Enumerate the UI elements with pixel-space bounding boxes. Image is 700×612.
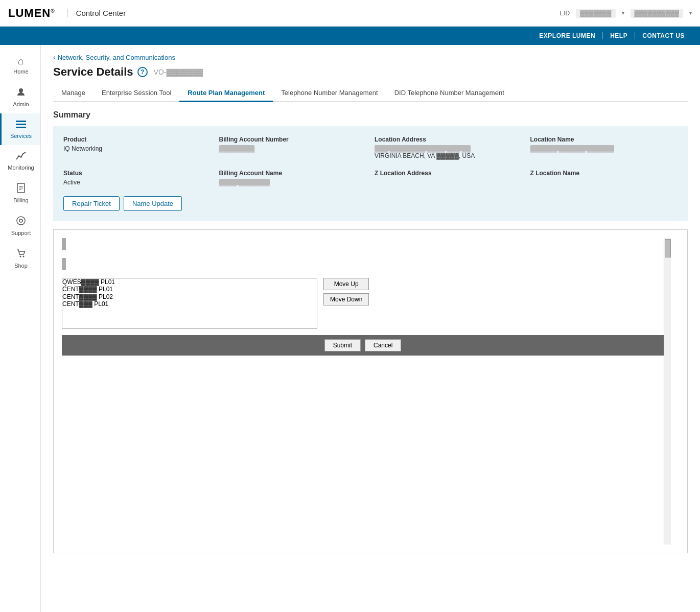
billing-account-number-value: ▓▓▓▓▓▓▓▓ [219,145,367,152]
summary-grid-row1: Product IQ Networking Billing Account Nu… [63,136,678,159]
help-icon[interactable]: ? [137,67,148,77]
breadcrumb-link[interactable]: Network, Security, and Communications [58,54,175,61]
scrollbar-track[interactable] [664,238,671,545]
svg-point-11 [23,256,25,257]
eid-section: EID ▓▓▓▓▓▓▓ ▾ ▓▓▓▓▓▓▓▓▓▓ ▾ [559,9,692,18]
route-plan-content: QWES▓▓▓▓ PL01 CENT▓▓▓▓ PL01 CENT▓▓▓▓ PL0… [53,229,688,553]
sidebar-item-shop[interactable]: Shop [0,242,40,275]
eid-value: ▓▓▓▓▓▓▓ [576,9,615,18]
location-address-label: Location Address [375,136,522,143]
service-id: VO-▓▓▓▓▓▓▓ [154,68,203,76]
name-update-button[interactable]: Name Update [124,196,182,211]
status-value: Active [63,179,211,186]
shop-icon [16,248,26,261]
vertical-bar [62,238,66,250]
billing-icon [16,183,26,196]
eid-label: EID [559,10,570,17]
top-header: LUMEN® Control Center EID ▓▓▓▓▓▓▓ ▾ ▓▓▓▓… [0,0,700,27]
location-name-value: ▓▓▓▓▓▓ ▓▓▓▓▓▓ ▓▓▓▓▓▓ [530,145,678,152]
route-list-item-3[interactable]: CENT▓▓▓▓ PL02 [62,293,317,300]
summary-grid-row2: Status Active Billing Account Name ▓▓▓▓ … [63,170,678,186]
tab-did-telephone-number-management[interactable]: DID Telephone Number Management [386,85,512,102]
summary-title: Summary [53,110,688,120]
account-value: ▓▓▓▓▓▓▓▓▓▓ [631,9,683,18]
sidebar-item-services[interactable]: Services [0,113,40,145]
status-label: Status [63,170,211,177]
logo: LUMEN® [8,7,55,20]
breadcrumb-arrow: ‹ [53,53,56,61]
blue-nav-bar: EXPLORE LUMEN HELP CONTACT US [0,27,700,45]
eid-dropdown[interactable]: ▾ [622,10,624,16]
scrollbar-thumb[interactable] [665,239,671,257]
sidebar-item-monitoring[interactable]: Monitoring [0,145,40,177]
svg-point-9 [19,219,22,222]
route-list-item-2[interactable]: CENT▓▓▓▓ PL01 [62,286,317,293]
explore-lumen-link[interactable]: EXPLORE LUMEN [532,32,603,39]
submit-bar: Submit Cancel [62,335,664,356]
cancel-button[interactable]: Cancel [365,339,401,351]
page-title-row: Service Details ? VO-▓▓▓▓▓▓▓ [53,65,688,79]
app-title: Control Center [67,9,126,17]
svg-rect-1 [16,121,26,122]
route-list-item-4[interactable]: CENT▓▓▓ PL01 [62,300,317,308]
tab-route-plan-management[interactable]: Route Plan Management [179,85,273,102]
logo-trademark: ® [51,8,55,13]
summary-box: Product IQ Networking Billing Account Nu… [53,126,688,221]
svg-point-8 [17,217,25,225]
services-icon [16,120,26,131]
product-label: Product [63,136,211,143]
sidebar-item-support[interactable]: Support [0,209,40,242]
route-list-container: QWES▓▓▓▓ PL01 CENT▓▓▓▓ PL01 CENT▓▓▓▓ PL0… [62,278,664,329]
breadcrumb: ‹ Network, Security, and Communications [53,53,688,61]
sidebar-item-admin[interactable]: Admin [0,81,40,113]
svg-point-10 [20,256,21,257]
product-value: IQ Networking [63,145,211,152]
repair-ticket-button[interactable]: Repair Ticket [63,196,120,211]
summary-buttons: Repair Ticket Name Update [63,196,678,211]
svg-rect-3 [16,127,26,128]
svg-rect-2 [16,124,26,125]
contact-us-link[interactable]: CONTACT US [635,32,692,39]
sidebar-item-home[interactable]: ⌂ Home [0,49,40,81]
tabs-bar: Manage Enterprise Session Tool Route Pla… [53,85,688,102]
z-location-address-label: Z Location Address [375,170,522,177]
vertical-bar-2 [62,258,66,270]
home-icon: ⌂ [18,55,24,67]
svg-point-0 [19,88,23,92]
z-location-address-field: Z Location Address [375,170,522,186]
route-scroll-container: QWES▓▓▓▓ PL01 CENT▓▓▓▓ PL01 CENT▓▓▓▓ PL0… [62,238,679,545]
route-list[interactable]: QWES▓▓▓▓ PL01 CENT▓▓▓▓ PL01 CENT▓▓▓▓ PL0… [62,278,317,329]
content-area: ‹ Network, Security, and Communications … [41,45,700,612]
secondary-bar-indicator [62,258,664,272]
billing-account-number-field: Billing Account Number ▓▓▓▓▓▓▓▓ [219,136,367,159]
location-name-label: Location Name [530,136,678,143]
tab-telephone-number-management[interactable]: Telephone Number Management [273,85,386,102]
route-action-buttons: Move Up Move Down [323,278,369,305]
main-layout: ⌂ Home Admin Services Monitoring Billi [0,45,700,612]
route-inner: QWES▓▓▓▓ PL01 CENT▓▓▓▓ PL01 CENT▓▓▓▓ PL0… [62,238,664,356]
billing-account-number-label: Billing Account Number [219,136,367,143]
submit-button[interactable]: Submit [324,339,361,351]
location-address-field: Location Address ▓▓▓ ▓▓▓▓▓▓▓▓ ▓▓▓▓ ▓▓▓ ▓… [375,136,522,159]
tab-manage[interactable]: Manage [53,85,94,102]
location-name-field: Location Name ▓▓▓▓▓▓ ▓▓▓▓▓▓ ▓▓▓▓▓▓ [530,136,678,159]
top-bar-indicator [62,238,664,252]
account-dropdown[interactable]: ▾ [689,10,692,16]
monitoring-icon [16,151,26,163]
sidebar-item-billing[interactable]: Billing [0,177,40,209]
route-list-item-1[interactable]: QWES▓▓▓▓ PL01 [62,278,317,286]
z-location-name-field: Z Location Name [530,170,678,186]
page-title: Service Details [53,65,133,79]
support-icon [16,216,26,228]
move-up-button[interactable]: Move Up [323,278,369,290]
sidebar: ⌂ Home Admin Services Monitoring Billi [0,45,41,612]
status-field: Status Active [63,170,211,186]
product-field: Product IQ Networking [63,136,211,159]
help-link[interactable]: HELP [603,32,635,39]
z-location-name-label: Z Location Name [530,170,678,177]
location-address-value: ▓▓▓ ▓▓▓▓▓▓▓▓ ▓▓▓▓ ▓▓▓ ▓▓ VIRGINIA BEACH,… [375,145,522,159]
move-down-button[interactable]: Move Down [323,293,369,305]
billing-account-name-field: Billing Account Name ▓▓▓▓ ▓▓▓▓▓▓▓ [219,170,367,186]
tab-enterprise-session-tool[interactable]: Enterprise Session Tool [94,85,179,102]
admin-icon [16,87,26,100]
